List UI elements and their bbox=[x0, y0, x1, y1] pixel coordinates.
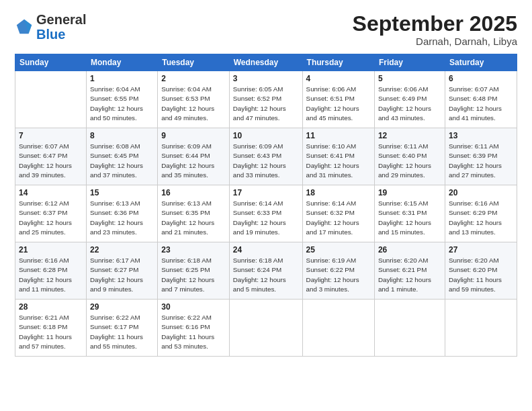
day-number: 12 bbox=[378, 131, 441, 140]
calendar-cell: 29Sunrise: 6:22 AMSunset: 6:17 PMDayligh… bbox=[86, 300, 157, 357]
day-info: Sunrise: 6:10 AMSunset: 6:41 PMDaylight:… bbox=[306, 142, 371, 180]
page: General Blue September 2025 Darnah, Darn… bbox=[0, 0, 532, 411]
calendar-cell bbox=[374, 300, 445, 357]
calendar-cell: 5Sunrise: 6:06 AMSunset: 6:49 PMDaylight… bbox=[374, 71, 445, 128]
calendar-cell: 2Sunrise: 6:04 AMSunset: 6:53 PMDaylight… bbox=[158, 71, 230, 128]
day-info: Sunrise: 6:14 AMSunset: 6:32 PMDaylight:… bbox=[306, 199, 371, 237]
logo-text: General Blue bbox=[36, 12, 86, 42]
calendar-cell: 16Sunrise: 6:13 AMSunset: 6:35 PMDayligh… bbox=[158, 185, 230, 242]
calendar-cell: 19Sunrise: 6:15 AMSunset: 6:31 PMDayligh… bbox=[374, 185, 445, 242]
title-month: September 2025 bbox=[353, 12, 517, 36]
day-number: 6 bbox=[449, 74, 513, 83]
day-number: 30 bbox=[161, 302, 226, 312]
day-info: Sunrise: 6:12 AMSunset: 6:37 PMDaylight:… bbox=[19, 199, 83, 237]
day-number: 16 bbox=[161, 188, 226, 197]
calendar-cell: 1Sunrise: 6:04 AMSunset: 6:55 PMDaylight… bbox=[86, 71, 157, 128]
calendar-cell: 13Sunrise: 6:11 AMSunset: 6:39 PMDayligh… bbox=[445, 128, 517, 185]
day-info: Sunrise: 6:07 AMSunset: 6:47 PMDaylight:… bbox=[19, 142, 83, 180]
day-number: 4 bbox=[306, 74, 371, 83]
day-number: 13 bbox=[449, 131, 513, 140]
header: General Blue September 2025 Darnah, Darn… bbox=[15, 12, 517, 47]
day-info: Sunrise: 6:16 AMSunset: 6:28 PMDaylight:… bbox=[19, 256, 83, 294]
calendar-cell: 4Sunrise: 6:06 AMSunset: 6:51 PMDaylight… bbox=[302, 71, 374, 128]
day-info: Sunrise: 6:17 AMSunset: 6:27 PMDaylight:… bbox=[90, 256, 154, 294]
day-number: 9 bbox=[161, 131, 226, 140]
calendar-cell bbox=[445, 300, 517, 357]
day-info: Sunrise: 6:11 AMSunset: 6:40 PMDaylight:… bbox=[378, 142, 441, 180]
day-number: 3 bbox=[233, 74, 299, 83]
day-number: 27 bbox=[449, 245, 513, 255]
title-block: September 2025 Darnah, Darnah, Libya bbox=[353, 12, 517, 47]
calendar-cell: 8Sunrise: 6:08 AMSunset: 6:45 PMDaylight… bbox=[86, 128, 157, 185]
calendar-cell: 21Sunrise: 6:16 AMSunset: 6:28 PMDayligh… bbox=[15, 242, 87, 300]
calendar-cell: 9Sunrise: 6:09 AMSunset: 6:44 PMDaylight… bbox=[158, 128, 230, 185]
title-location: Darnah, Darnah, Libya bbox=[353, 36, 517, 47]
day-number: 11 bbox=[306, 131, 371, 140]
day-number: 26 bbox=[378, 245, 441, 255]
day-info: Sunrise: 6:13 AMSunset: 6:36 PMDaylight:… bbox=[90, 199, 154, 237]
calendar-cell: 28Sunrise: 6:21 AMSunset: 6:18 PMDayligh… bbox=[15, 300, 87, 357]
calendar-cell: 25Sunrise: 6:19 AMSunset: 6:22 PMDayligh… bbox=[302, 242, 374, 300]
calendar-cell bbox=[229, 300, 302, 357]
calendar-week-1: 1Sunrise: 6:04 AMSunset: 6:55 PMDaylight… bbox=[15, 71, 517, 128]
weekday-header-tuesday: Tuesday bbox=[158, 54, 230, 71]
day-info: Sunrise: 6:04 AMSunset: 6:55 PMDaylight:… bbox=[90, 85, 154, 123]
day-info: Sunrise: 6:19 AMSunset: 6:22 PMDaylight:… bbox=[306, 256, 371, 294]
day-info: Sunrise: 6:21 AMSunset: 6:18 PMDaylight:… bbox=[19, 313, 83, 351]
day-info: Sunrise: 6:16 AMSunset: 6:29 PMDaylight:… bbox=[449, 199, 513, 237]
day-number: 22 bbox=[90, 245, 154, 255]
day-info: Sunrise: 6:07 AMSunset: 6:48 PMDaylight:… bbox=[449, 85, 513, 123]
calendar-cell: 15Sunrise: 6:13 AMSunset: 6:36 PMDayligh… bbox=[86, 185, 157, 242]
day-number: 15 bbox=[90, 188, 154, 197]
day-number: 24 bbox=[233, 245, 299, 255]
day-number: 1 bbox=[90, 74, 154, 83]
weekday-header-saturday: Saturday bbox=[445, 54, 517, 71]
calendar-cell bbox=[302, 300, 374, 357]
day-info: Sunrise: 6:05 AMSunset: 6:52 PMDaylight:… bbox=[233, 85, 299, 123]
calendar-header-row: SundayMondayTuesdayWednesdayThursdayFrid… bbox=[15, 54, 517, 71]
calendar-cell: 23Sunrise: 6:18 AMSunset: 6:25 PMDayligh… bbox=[158, 242, 230, 300]
weekday-header-thursday: Thursday bbox=[302, 54, 374, 71]
logo-blue-text: Blue bbox=[36, 27, 65, 42]
calendar-cell bbox=[15, 71, 87, 128]
calendar-cell: 26Sunrise: 6:20 AMSunset: 6:21 PMDayligh… bbox=[374, 242, 445, 300]
weekday-header-monday: Monday bbox=[86, 54, 157, 71]
day-info: Sunrise: 6:09 AMSunset: 6:43 PMDaylight:… bbox=[233, 142, 299, 180]
day-info: Sunrise: 6:22 AMSunset: 6:16 PMDaylight:… bbox=[161, 313, 226, 351]
calendar-cell: 22Sunrise: 6:17 AMSunset: 6:27 PMDayligh… bbox=[86, 242, 157, 300]
calendar-week-2: 7Sunrise: 6:07 AMSunset: 6:47 PMDaylight… bbox=[15, 128, 517, 185]
calendar-week-4: 21Sunrise: 6:16 AMSunset: 6:28 PMDayligh… bbox=[15, 242, 517, 300]
calendar-cell: 17Sunrise: 6:14 AMSunset: 6:33 PMDayligh… bbox=[229, 185, 302, 242]
calendar-cell: 24Sunrise: 6:18 AMSunset: 6:24 PMDayligh… bbox=[229, 242, 302, 300]
day-info: Sunrise: 6:08 AMSunset: 6:45 PMDaylight:… bbox=[90, 142, 154, 180]
day-number: 29 bbox=[90, 302, 154, 312]
day-number: 21 bbox=[19, 245, 83, 255]
day-info: Sunrise: 6:04 AMSunset: 6:53 PMDaylight:… bbox=[161, 85, 226, 123]
day-number: 5 bbox=[378, 74, 441, 83]
calendar-cell: 7Sunrise: 6:07 AMSunset: 6:47 PMDaylight… bbox=[15, 128, 87, 185]
calendar-cell: 12Sunrise: 6:11 AMSunset: 6:40 PMDayligh… bbox=[374, 128, 445, 185]
calendar-cell: 18Sunrise: 6:14 AMSunset: 6:32 PMDayligh… bbox=[302, 185, 374, 242]
calendar-cell: 27Sunrise: 6:20 AMSunset: 6:20 PMDayligh… bbox=[445, 242, 517, 300]
day-info: Sunrise: 6:15 AMSunset: 6:31 PMDaylight:… bbox=[378, 199, 441, 237]
day-info: Sunrise: 6:20 AMSunset: 6:20 PMDaylight:… bbox=[449, 256, 513, 294]
day-number: 2 bbox=[161, 74, 226, 83]
day-info: Sunrise: 6:06 AMSunset: 6:51 PMDaylight:… bbox=[306, 85, 371, 123]
day-info: Sunrise: 6:13 AMSunset: 6:35 PMDaylight:… bbox=[161, 199, 226, 237]
calendar-cell: 10Sunrise: 6:09 AMSunset: 6:43 PMDayligh… bbox=[229, 128, 302, 185]
calendar-cell: 6Sunrise: 6:07 AMSunset: 6:48 PMDaylight… bbox=[445, 71, 517, 128]
weekday-header-wednesday: Wednesday bbox=[229, 54, 302, 71]
calendar-cell: 20Sunrise: 6:16 AMSunset: 6:29 PMDayligh… bbox=[445, 185, 517, 242]
day-info: Sunrise: 6:09 AMSunset: 6:44 PMDaylight:… bbox=[161, 142, 226, 180]
day-info: Sunrise: 6:20 AMSunset: 6:21 PMDaylight:… bbox=[378, 256, 441, 294]
day-number: 18 bbox=[306, 188, 371, 197]
calendar-week-5: 28Sunrise: 6:21 AMSunset: 6:18 PMDayligh… bbox=[15, 300, 517, 357]
logo-general-text: General bbox=[36, 12, 86, 27]
day-info: Sunrise: 6:06 AMSunset: 6:49 PMDaylight:… bbox=[378, 85, 441, 123]
day-number: 10 bbox=[233, 131, 299, 140]
weekday-header-sunday: Sunday bbox=[15, 54, 87, 71]
calendar-cell: 14Sunrise: 6:12 AMSunset: 6:37 PMDayligh… bbox=[15, 185, 87, 242]
logo: General Blue bbox=[15, 12, 86, 42]
calendar-cell: 11Sunrise: 6:10 AMSunset: 6:41 PMDayligh… bbox=[302, 128, 374, 185]
day-number: 23 bbox=[161, 245, 226, 255]
